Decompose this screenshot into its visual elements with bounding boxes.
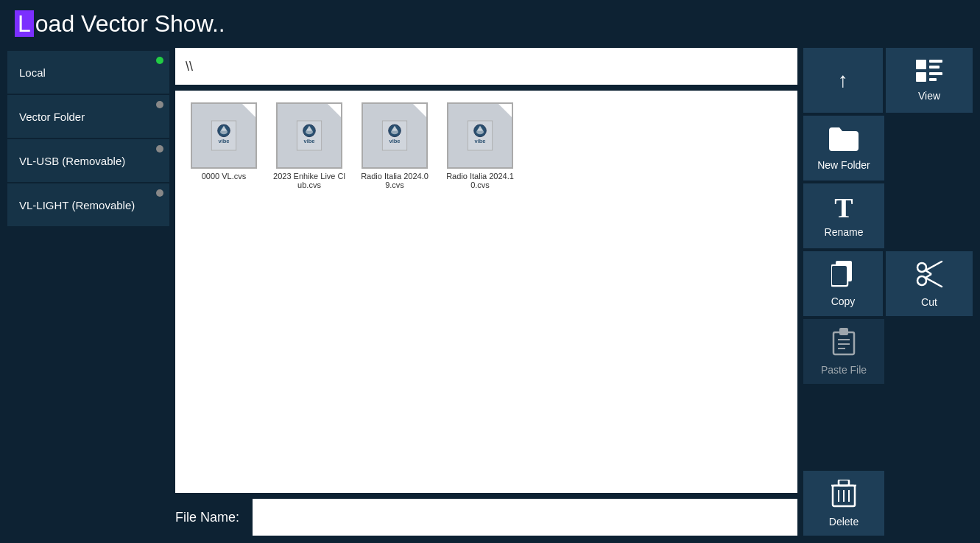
file-thumbnail: vibe [205,117,242,154]
center-panel: \\ vibe 0000 VL.cvs [175,48,797,536]
file-label: Radio Italia 2024.09.cvs [358,172,431,189]
svg-rect-20 [929,72,942,75]
file-thumbnail: vibe [376,117,413,154]
svg-rect-32 [839,328,848,335]
status-dot-vector-folder [156,101,163,108]
title-accent: L [15,10,34,37]
file-icon: vibe [362,102,428,169]
sidebar-item-vl-usb[interactable]: VL-USB (Removable) [7,139,169,182]
cut-button[interactable]: Cut [886,251,973,316]
action-row-1: ↑ View [803,48,973,113]
svg-line-29 [926,270,931,274]
file-corner [242,104,255,117]
file-icon: vibe [447,102,513,169]
svg-rect-17 [929,60,942,63]
sidebar-item-vl-light[interactable]: VL-LIGHT (Removable) [7,183,169,226]
view-label: View [918,90,940,102]
copy-label: Copy [831,295,856,307]
file-corner [328,104,341,117]
action-row-3: T Rename [803,183,973,248]
file-label: 0000 VL.cvs [202,172,247,181]
svg-text:vibe: vibe [474,138,485,144]
rename-button[interactable]: T Rename [803,183,884,248]
svg-line-27 [926,262,942,270]
rename-icon: T [834,194,853,222]
file-thumbnail: vibe [462,117,498,154]
svg-line-28 [926,278,942,287]
action-row-4: Copy Cut [803,251,973,316]
rename-label: Rename [825,226,864,238]
paste-button[interactable]: Paste File [803,319,884,384]
copy-button[interactable]: Copy [803,251,883,316]
svg-point-6 [306,130,313,135]
file-area[interactable]: vibe 0000 VL.cvs vibe 2023 [175,91,797,493]
svg-text:vibe: vibe [218,138,229,144]
file-label: Radio Italia 2024.10.cvs [443,172,517,189]
svg-text:vibe: vibe [389,138,400,144]
view-icon [916,60,942,85]
list-item[interactable]: vibe Radio Italia 2024.09.cvs [358,102,431,189]
action-row-5: Paste File [803,319,973,384]
delete-button[interactable]: Delete [803,471,884,536]
svg-rect-16 [916,60,926,69]
svg-line-30 [926,274,931,278]
cut-label: Cut [921,296,937,308]
sidebar-item-local[interactable]: Local [7,51,169,94]
sidebar: Local Vector Folder VL-USB (Removable) V… [7,48,169,536]
new-folder-button[interactable]: New Folder [803,116,884,181]
svg-point-10 [391,130,398,135]
svg-rect-19 [916,72,926,82]
title-bar: Load Vector Show.. [0,0,980,48]
status-dot-local [156,57,163,64]
scissors-icon [915,260,943,292]
folder-icon [828,126,860,155]
file-corner [413,104,426,117]
main-layout: Local Vector Folder VL-USB (Removable) V… [0,48,980,543]
svg-point-14 [476,130,484,135]
file-icon: vibe [276,102,342,169]
svg-rect-18 [929,66,940,69]
file-thumbnail: vibe [291,117,328,154]
list-item[interactable]: vibe Radio Italia 2024.10.cvs [443,102,517,189]
file-label: 2023 Enhike Live Club.cvs [272,172,346,189]
list-item[interactable]: vibe 0000 VL.cvs [187,102,261,181]
status-dot-vl-usb [156,145,163,153]
copy-icon [831,261,855,291]
filename-label: File Name: [175,510,239,525]
up-icon: ↑ [838,70,848,91]
path-bar: \\ [175,48,797,85]
spacer [803,387,973,468]
file-icon: vibe [191,102,257,169]
action-row-2: New Folder [803,116,973,181]
up-button[interactable]: ↑ [803,48,883,113]
delete-label: Delete [829,516,859,528]
svg-point-2 [220,130,228,135]
new-folder-label: New Folder [817,159,870,171]
svg-rect-21 [929,78,937,81]
path-text: \\ [186,59,193,74]
paste-icon [832,328,856,360]
filename-bar [253,499,797,536]
page-title: Load Vector Show.. [15,10,225,38]
paste-label: Paste File [821,364,867,376]
view-button[interactable]: View [886,48,973,113]
filename-row: File Name: [175,499,797,536]
trash-icon [831,480,856,511]
sidebar-item-vector-folder[interactable]: Vector Folder [7,95,169,138]
right-panel: ↑ View [803,48,973,536]
list-item[interactable]: vibe 2023 Enhike Live Club.cvs [272,102,346,189]
svg-text:vibe: vibe [303,138,314,144]
action-row-6: Delete [803,471,973,536]
status-dot-vl-light [156,189,163,197]
file-corner [498,104,512,117]
filename-input[interactable] [263,511,787,524]
svg-rect-24 [832,266,847,285]
svg-rect-38 [839,480,849,486]
